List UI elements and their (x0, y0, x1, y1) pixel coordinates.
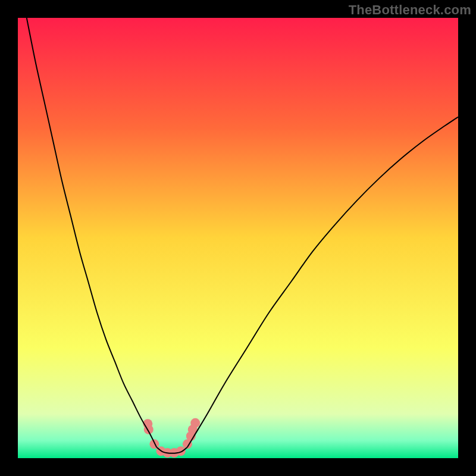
chart-frame: TheBottleneck.com (0, 0, 476, 476)
gradient-background (18, 18, 458, 458)
plot-area (18, 18, 458, 458)
watermark-text: TheBottleneck.com (349, 2, 471, 18)
bottleneck-curve-chart (18, 18, 458, 458)
marker-dot (176, 446, 186, 456)
marker-dot (190, 418, 200, 428)
